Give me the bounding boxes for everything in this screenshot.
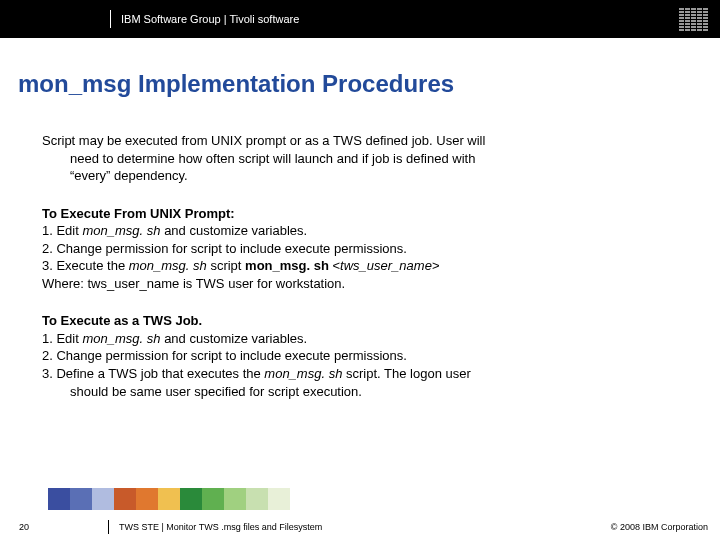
job-s1b: mon_msg. sh: [82, 331, 160, 346]
job-s3c: script. The logon user: [342, 366, 470, 381]
header-bar: IBM Software Group | Tivoli software: [0, 0, 720, 38]
unix-s3a: 3. Execute the: [42, 258, 129, 273]
job-s3a: 3. Define a TWS job that executes the: [42, 366, 264, 381]
band-cell: [246, 488, 268, 510]
unix-step1: 1. Edit mon_msg. sh and customize variab…: [42, 222, 692, 240]
unix-s1a: 1. Edit: [42, 223, 82, 238]
unix-s3b: mon_msg. sh: [129, 258, 207, 273]
band-cell: [114, 488, 136, 510]
job-step2: 2. Change permission for script to inclu…: [42, 347, 692, 365]
unix-s1b: mon_msg. sh: [82, 223, 160, 238]
page-number: 20: [0, 522, 48, 532]
unix-s3g: >: [432, 258, 440, 273]
band-cell: [268, 488, 290, 510]
job-step1: 1. Edit mon_msg. sh and customize variab…: [42, 330, 692, 348]
unix-step2: 2. Change permission for script to inclu…: [42, 240, 692, 258]
intro-line1: Script may be executed from UNIX prompt …: [42, 133, 485, 148]
band-cell: [158, 488, 180, 510]
job-s1a: 1. Edit: [42, 331, 82, 346]
unix-s1c: and customize variables.: [161, 223, 308, 238]
band-cell: [70, 488, 92, 510]
intro-line3: “every” dependency.: [42, 167, 692, 185]
footer-copyright: © 2008 IBM Corporation: [611, 522, 720, 532]
band-cell: [48, 488, 70, 510]
job-s3cont: should be same user specified for script…: [42, 383, 692, 401]
band-cell: [224, 488, 246, 510]
job-head: To Execute as a TWS Job.: [42, 312, 692, 330]
band-cell: [92, 488, 114, 510]
unix-s3e: <: [329, 258, 340, 273]
slide-content: Script may be executed from UNIX prompt …: [0, 98, 720, 400]
unix-section: To Execute From UNIX Prompt: 1. Edit mon…: [42, 205, 692, 293]
slide-title: mon_msg Implementation Procedures: [0, 38, 720, 98]
job-step3: 3. Define a TWS job that executes the mo…: [42, 365, 692, 400]
ibm-logo: [679, 8, 708, 31]
unix-head: To Execute From UNIX Prompt:: [42, 205, 692, 223]
header-group-text: IBM Software Group | Tivoli software: [111, 13, 299, 25]
unix-s3c: script: [207, 258, 245, 273]
band-cell: [136, 488, 158, 510]
unix-s3d: mon_msg. sh: [245, 258, 329, 273]
band-cell: [180, 488, 202, 510]
job-s1c: and customize variables.: [161, 331, 308, 346]
footer: 20 TWS STE | Monitor TWS .msg files and …: [0, 514, 720, 540]
job-s3b: mon_msg. sh: [264, 366, 342, 381]
job-section: To Execute as a TWS Job. 1. Edit mon_msg…: [42, 312, 692, 400]
unix-where: Where: tws_user_name is TWS user for wor…: [42, 275, 692, 293]
unix-step3: 3. Execute the mon_msg. sh script mon_ms…: [42, 257, 692, 275]
intro-line2: need to determine how often script will …: [42, 150, 692, 168]
footer-title: TWS STE | Monitor TWS .msg files and Fil…: [109, 522, 611, 532]
footer-color-band: [48, 488, 308, 510]
intro-paragraph: Script may be executed from UNIX prompt …: [42, 132, 692, 185]
band-cell: [202, 488, 224, 510]
unix-s3f: tws_user_name: [340, 258, 432, 273]
